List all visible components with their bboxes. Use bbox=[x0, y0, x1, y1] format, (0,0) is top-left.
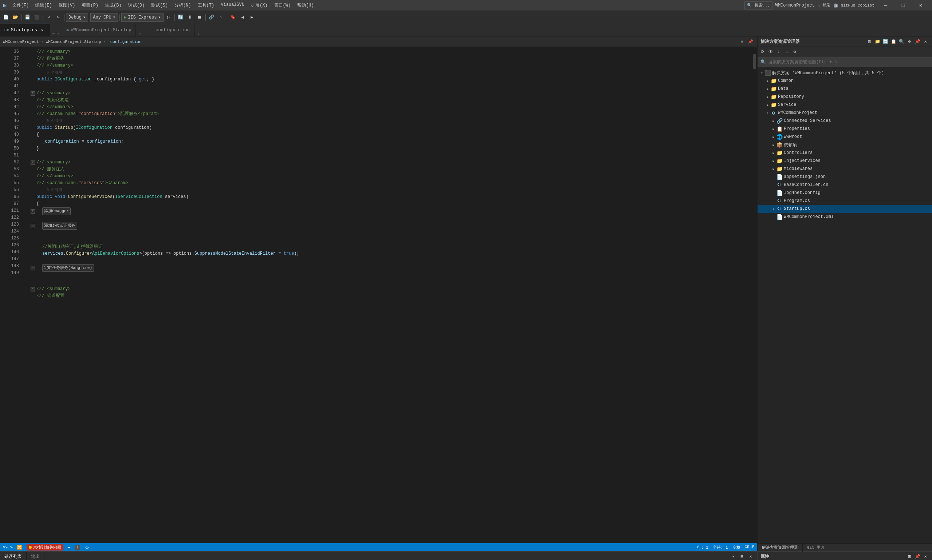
search-box[interactable]: 🔍 搜索... bbox=[744, 2, 772, 9]
platform-dropdown[interactable]: Any CPU ▾ bbox=[90, 13, 118, 22]
toolbar-show-btn[interactable]: 👁 bbox=[767, 48, 774, 56]
tab-wmcommon-project[interactable]: ⚙ WMCommonProject.Startup bbox=[62, 24, 136, 36]
menu-file[interactable]: 文件(F) bbox=[9, 2, 32, 9]
collapse-all-btn[interactable]: ⊟ bbox=[866, 38, 873, 46]
menu-edit[interactable]: 编辑(E) bbox=[32, 2, 55, 9]
menu-view[interactable]: 视图(V) bbox=[56, 2, 78, 9]
properties-btn[interactable]: 📋 bbox=[890, 38, 897, 46]
scroll-thumb[interactable] bbox=[753, 54, 756, 69]
tree-item-controllers[interactable]: ▶ 📁 Controllers bbox=[758, 149, 932, 157]
bottom-float-btn[interactable]: ⊞ bbox=[738, 553, 745, 560]
fold-btn[interactable]: ▹ bbox=[31, 209, 35, 214]
editor-scrollbar[interactable] bbox=[752, 47, 757, 543]
menu-build[interactable]: 生成(B) bbox=[102, 2, 125, 9]
collapsed-region[interactable]: 添加Swagger bbox=[42, 208, 71, 215]
save-all-btn[interactable]: ⬛ bbox=[32, 13, 41, 22]
menu-project[interactable]: 项目(P) bbox=[79, 2, 101, 9]
collapsed-region[interactable]: 添加Jwt认证服务 bbox=[42, 222, 77, 229]
menu-visualsvn[interactable]: VisualSVN bbox=[218, 2, 247, 9]
attach-btn[interactable]: 🔗 bbox=[207, 13, 216, 22]
tree-item-deps[interactable]: ▶ 📦 依赖项 bbox=[758, 141, 932, 149]
editor-pin-btn[interactable]: 📌 bbox=[747, 38, 754, 46]
editor-expand-btn[interactable]: ⊞ bbox=[738, 38, 745, 46]
fold-btn[interactable]: ▹ bbox=[31, 287, 35, 291]
login-btn[interactable]: ☆ 登录 bbox=[818, 3, 830, 8]
bottom-close-btn[interactable]: ✕ bbox=[747, 553, 754, 560]
props-close-btn[interactable]: ✕ bbox=[922, 553, 929, 560]
undo-btn[interactable]: ↩ bbox=[45, 13, 53, 22]
tree-item-middlewares[interactable]: ▶ 📁 Middlewares bbox=[758, 165, 932, 173]
maximize-btn[interactable]: □ bbox=[895, 0, 912, 11]
tree-item-appsettings[interactable]: 📄 appsettings.json bbox=[758, 173, 932, 181]
nav-project[interactable]: WMCommonProject bbox=[3, 40, 39, 44]
pin-btn[interactable]: 📌 bbox=[914, 38, 921, 46]
code-editor[interactable]: 36 37 38 39 40 41 42 43 44 45 46 47 48 4… bbox=[0, 47, 757, 543]
stop-btn[interactable]: ⏹ bbox=[195, 13, 204, 22]
bottom-collapse-btn[interactable]: ▾ bbox=[730, 553, 737, 560]
tab-startup-cs[interactable]: C# Startup.cs ✕ bbox=[0, 24, 50, 36]
search-input[interactable] bbox=[768, 60, 929, 65]
start-without-debug-btn[interactable]: ▷ bbox=[164, 13, 173, 22]
code-content[interactable]: /// <summary> /// 配置服务 /// </summary> bbox=[22, 47, 752, 543]
minimize-btn[interactable]: — bbox=[877, 0, 894, 11]
menu-window[interactable]: 窗口(W) bbox=[272, 2, 294, 9]
tree-item-wmcommon[interactable]: ▾ ⚙ WMCommonProject bbox=[758, 109, 932, 117]
tree-item-common[interactable]: ▶ 📁 Common bbox=[758, 77, 932, 85]
close-btn[interactable]: ✕ bbox=[912, 0, 929, 11]
menu-extensions[interactable]: 扩展(X) bbox=[248, 2, 271, 9]
tab-configuration[interactable]: _ _configuration bbox=[144, 24, 194, 36]
nav-class[interactable]: WMCommonProject.Startup bbox=[46, 40, 101, 44]
tree-item-service[interactable]: ▶ 📁 Service bbox=[758, 101, 932, 109]
github-copilot-btn[interactable]: 🤖 GitHub Copilot bbox=[833, 3, 875, 8]
tab-startup-close[interactable]: ✕ bbox=[39, 27, 45, 33]
tree-item-properties[interactable]: ▶ 📋 Properties bbox=[758, 125, 932, 133]
settings-icon[interactable]: ⚙ bbox=[906, 38, 913, 46]
toolbar-git-btn[interactable]: ↕ bbox=[775, 48, 782, 56]
menu-help[interactable]: 帮助(H) bbox=[294, 2, 317, 9]
toolbar-more-btn[interactable]: … bbox=[783, 48, 790, 56]
refresh-btn[interactable]: 🔄 bbox=[176, 13, 185, 22]
tab-output[interactable]: 输出 bbox=[26, 552, 45, 560]
menu-debug[interactable]: 调试(D) bbox=[125, 2, 148, 9]
fold-btn[interactable]: ▿ bbox=[31, 91, 35, 96]
save-btn[interactable]: 💾 bbox=[23, 13, 32, 22]
collapsed-region[interactable]: 定时任务服务(Hangfire) bbox=[42, 264, 94, 272]
tree-item-basecontroller[interactable]: C# BaseController.cs bbox=[758, 181, 932, 189]
perf-btn[interactable]: ⚡ bbox=[217, 13, 225, 22]
solution-root[interactable]: ▾ ⬛ 解决方案 'WMCommonProject' (5 个项目，共 5 个) bbox=[758, 69, 932, 77]
tree-item-connected-services[interactable]: ▶ 🔗 Connected Services bbox=[758, 117, 932, 125]
menu-tools[interactable]: 工具(T) bbox=[195, 2, 218, 9]
refresh-btn[interactable]: 🔄 bbox=[882, 38, 889, 46]
fold-btn[interactable]: ▹ bbox=[31, 266, 35, 270]
nav-member[interactable]: _configuration bbox=[108, 40, 141, 44]
close-panel-btn[interactable]: ✕ bbox=[922, 38, 929, 46]
tree-item-startup[interactable]: ▾ C# Startup.cs bbox=[758, 205, 932, 213]
fold-btn[interactable]: ▿ bbox=[31, 160, 35, 165]
iis-express-dropdown[interactable]: ▶ IIS Express ▾ bbox=[121, 13, 164, 22]
menu-analyze[interactable]: 分析(N) bbox=[171, 2, 194, 9]
toolbar-sync-btn[interactable]: ⟳ bbox=[759, 48, 766, 56]
open-file-btn[interactable]: 📂 bbox=[11, 13, 20, 22]
tree-item-xml[interactable]: 📄 WMCommonProject.xml bbox=[758, 213, 932, 221]
props-pin-btn[interactable]: 📌 bbox=[914, 553, 921, 560]
filter-btn[interactable]: 🔍 bbox=[898, 38, 905, 46]
next-bookmark-btn[interactable]: ▶ bbox=[248, 13, 256, 22]
redo-btn[interactable]: ↪ bbox=[54, 13, 63, 22]
new-file-btn[interactable]: 📄 bbox=[2, 13, 10, 22]
solution-tree[interactable]: ▾ ⬛ 解决方案 'WMCommonProject' (5 个项目，共 5 个)… bbox=[758, 67, 932, 543]
tree-item-wwwroot[interactable]: ▶ 🌐 wwwroot bbox=[758, 133, 932, 141]
solution-explorer-tab[interactable]: 解决方案资源管理器 bbox=[758, 544, 803, 552]
props-expand-btn[interactable]: ⊞ bbox=[906, 553, 913, 560]
pause-btn[interactable]: ⏸ bbox=[186, 13, 194, 22]
prev-bookmark-btn[interactable]: ◀ bbox=[238, 13, 247, 22]
tree-item-log4net[interactable]: 📄 log4net.config bbox=[758, 189, 932, 197]
tree-item-repository[interactable]: ▶ 📁 Repository bbox=[758, 93, 932, 101]
toolbar-settings-btn[interactable]: ⚙ bbox=[791, 48, 798, 56]
debug-mode-dropdown[interactable]: Debug ▾ bbox=[66, 13, 88, 22]
tree-item-inject[interactable]: ▶ 📁 InjectServices bbox=[758, 157, 932, 165]
bookmark-btn[interactable]: 🔖 bbox=[229, 13, 238, 22]
fold-btn[interactable]: ▹ bbox=[31, 224, 35, 228]
tree-item-data[interactable]: ▶ 📁 Data bbox=[758, 85, 932, 93]
tab-error-list[interactable]: 错误列表 bbox=[0, 552, 26, 560]
show-all-files-btn[interactable]: 📁 bbox=[874, 38, 881, 46]
